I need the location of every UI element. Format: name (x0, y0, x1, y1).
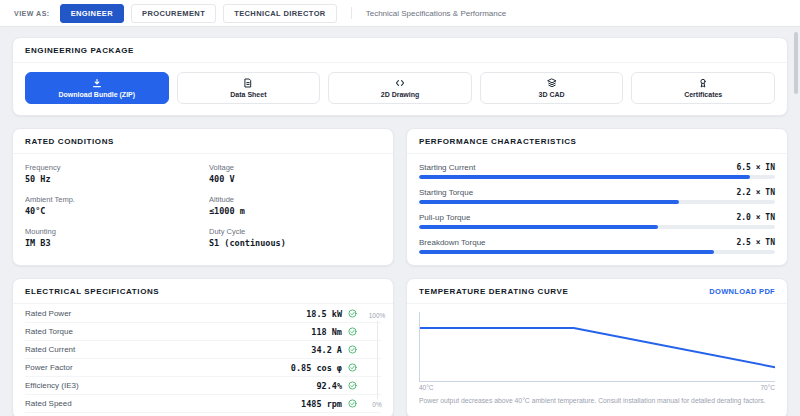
spec-label: Power Factor (25, 363, 73, 372)
topbar: VIEW AS: ENGINEER PROCUREMENT TECHNICAL … (0, 0, 800, 27)
x-tick-max: 70°C (760, 384, 775, 391)
performance-title: PERFORMANCE CHARACTERISTICS (419, 137, 577, 146)
condition-value: 50 Hz (25, 174, 197, 184)
condition-ambient-temp: Ambient Temp. 40°C (25, 195, 197, 216)
view-as-label: VIEW AS: (14, 10, 50, 17)
package-buttons-row: Download Bundle (ZIP) Data Sheet 2D Draw… (13, 63, 787, 115)
condition-value: 40°C (25, 206, 197, 216)
condition-label: Altitude (209, 195, 381, 204)
derating-caption: Power output decreases above 40°C ambien… (419, 396, 775, 405)
derating-title: TEMPERATURE DERATING CURVE (419, 287, 568, 296)
efficiency-scale: 100% 0% (368, 312, 386, 408)
spec-row-rated-power: Rated Power 18.5 kW (25, 305, 381, 323)
spec-label: Rated Torque (25, 327, 73, 336)
content-grid: RATED CONDITIONS Frequency 50 Hz Voltage… (12, 128, 788, 416)
perf-bar-fill (419, 175, 750, 179)
perf-starting-current: Starting Current6.5 × IN (419, 163, 775, 179)
check-circle-icon (348, 399, 357, 408)
download-bundle-button[interactable]: Download Bundle (ZIP) (25, 72, 169, 104)
engineering-package-header: ENGINEERING PACKAGE (13, 38, 787, 63)
scale-bottom-label: 0% (372, 401, 381, 408)
spec-row-power-factor: Power Factor 0.85 cos φ (25, 359, 381, 377)
tab-engineer[interactable]: ENGINEER (60, 4, 124, 23)
download-icon (92, 78, 102, 88)
check-circle-icon (348, 327, 357, 336)
spec-label: Efficiency (IE3) (25, 381, 79, 390)
condition-duty-cycle: Duty Cycle S1 (continuous) (209, 227, 381, 248)
layers-icon (547, 78, 557, 88)
spec-label: Rated Current (25, 345, 75, 354)
condition-label: Duty Cycle (209, 227, 381, 236)
electrical-specifications-card: ELECTRICAL SPECIFICATIONS Rated Power 18… (12, 278, 394, 416)
performance-bars: Starting Current6.5 × IN Starting Torque… (407, 154, 787, 265)
scale-top-label: 100% (369, 312, 386, 319)
derating-chart: 40°C 70°C Power output decreases above 4… (407, 304, 787, 414)
download-pdf-link[interactable]: DOWNLOAD PDF (709, 287, 775, 296)
condition-label: Voltage (209, 163, 381, 172)
electrical-title: ELECTRICAL SPECIFICATIONS (25, 287, 159, 296)
2d-drawing-label: 2D Drawing (381, 91, 420, 98)
condition-mounting: Mounting IM B3 (25, 227, 197, 248)
data-sheet-button[interactable]: Data Sheet (177, 72, 321, 104)
topbar-divider (351, 7, 352, 19)
condition-altitude: Altitude ≤1000 m (209, 195, 381, 216)
spec-value: 0.85 cos φ (291, 363, 342, 373)
perf-label: Breakdown Torque (419, 238, 486, 247)
check-circle-icon (348, 381, 357, 390)
engineering-package-title: ENGINEERING PACKAGE (25, 46, 134, 55)
document-icon (243, 78, 253, 88)
code-icon (395, 78, 405, 88)
download-bundle-label: Download Bundle (ZIP) (58, 91, 135, 98)
perf-breakdown-torque: Breakdown Torque2.5 × TN (419, 238, 775, 254)
condition-value: ≤1000 m (209, 206, 381, 216)
electrical-header: ELECTRICAL SPECIFICATIONS (13, 279, 393, 304)
condition-value: IM B3 (25, 238, 197, 248)
spec-value: 18.5 kW (306, 309, 342, 319)
condition-value: 400 V (209, 174, 381, 184)
spec-value: 34.2 A (311, 345, 342, 355)
check-circle-icon (348, 363, 357, 372)
engineering-package-card: ENGINEERING PACKAGE Download Bundle (ZIP… (12, 37, 788, 116)
derating-chart-plot-area (419, 312, 775, 382)
perf-value: 2.5 × TN (736, 238, 775, 247)
data-sheet-label: Data Sheet (230, 91, 266, 98)
perf-bar-track (419, 225, 775, 229)
derating-header: TEMPERATURE DERATING CURVE DOWNLOAD PDF (407, 279, 787, 304)
perf-label: Pull-up Torque (419, 213, 470, 222)
check-circle-icon (348, 309, 357, 318)
spec-value: 118 Nm (311, 327, 342, 337)
perf-bar-fill (419, 225, 658, 229)
temperature-derating-card: TEMPERATURE DERATING CURVE DOWNLOAD PDF … (406, 278, 788, 416)
spec-row-efficiency: Efficiency (IE3) 92.4% (25, 377, 381, 395)
perf-pullup-torque: Pull-up Torque2.0 × TN (419, 213, 775, 229)
scrollbar-thumb[interactable] (794, 32, 798, 94)
spec-value: 92.4% (316, 381, 342, 391)
rated-conditions-card: RATED CONDITIONS Frequency 50 Hz Voltage… (12, 128, 394, 266)
rated-conditions-title: RATED CONDITIONS (25, 137, 114, 146)
check-circle-icon (348, 345, 357, 354)
tab-procurement[interactable]: PROCUREMENT (131, 4, 216, 23)
derating-curve-line (420, 328, 775, 367)
scale-line (377, 321, 378, 399)
perf-bar-track (419, 175, 775, 179)
2d-drawing-button[interactable]: 2D Drawing (328, 72, 472, 104)
spec-row-rated-torque: Rated Torque 118 Nm (25, 323, 381, 341)
spec-row-rated-current: Rated Current 34.2 A (25, 341, 381, 359)
condition-label: Ambient Temp. (25, 195, 197, 204)
certificates-button[interactable]: Certificates (631, 72, 775, 104)
condition-voltage: Voltage 400 V (209, 163, 381, 184)
page-subtitle: Technical Specifications & Performance (366, 9, 507, 18)
spec-row-rated-speed: Rated Speed 1485 rpm (25, 395, 381, 413)
tab-technical-director[interactable]: TECHNICAL DIRECTOR (223, 4, 337, 23)
x-tick-min: 40°C (419, 384, 434, 391)
perf-bar-fill (419, 250, 714, 254)
3d-cad-button[interactable]: 3D CAD (480, 72, 624, 104)
perf-bar-track (419, 250, 775, 254)
spec-label: Rated Power (25, 309, 71, 318)
rated-conditions-grid: Frequency 50 Hz Voltage 400 V Ambient Te… (13, 154, 393, 260)
condition-value: S1 (continuous) (209, 238, 381, 248)
main-content: ENGINEERING PACKAGE Download Bundle (ZIP… (0, 27, 800, 416)
certificates-label: Certificates (684, 91, 722, 98)
condition-label: Frequency (25, 163, 197, 172)
rated-conditions-header: RATED CONDITIONS (13, 129, 393, 154)
